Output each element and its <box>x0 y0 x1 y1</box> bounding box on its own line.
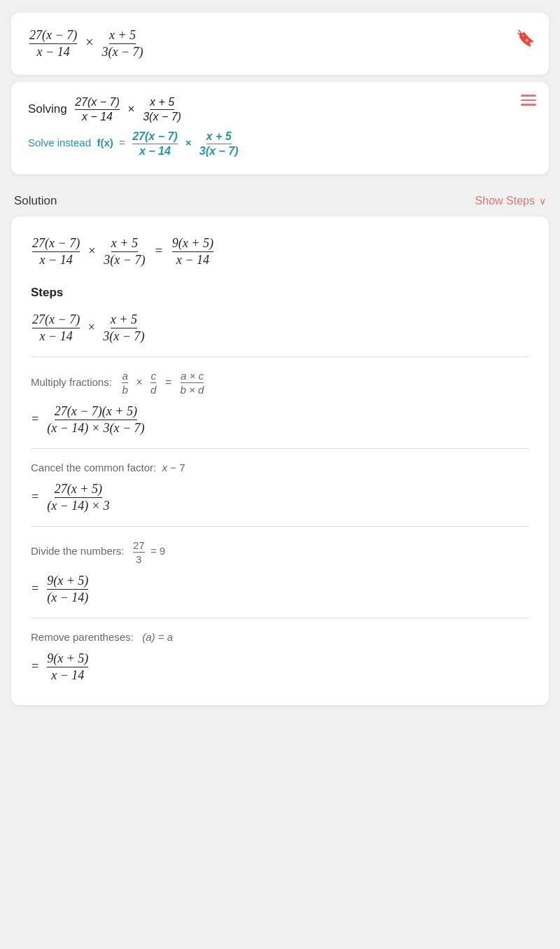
step-5-result: = 9(x + 5) x − 14 <box>31 651 529 683</box>
show-steps-button[interactable]: Show Steps ∨ <box>475 195 546 207</box>
solving-title: Solving 27(x − 7) x − 14 × x + 5 3(x − 7… <box>28 96 532 123</box>
step-divider-2 <box>31 448 529 449</box>
solution-card: 27(x − 7) x − 14 × x + 5 3(x − 7) = 9(x … <box>11 216 549 705</box>
solution-header: Solution Show Steps ∨ <box>0 181 560 216</box>
solving-card: Solving 27(x − 7) x − 14 × x + 5 3(x − 7… <box>11 82 549 174</box>
step-divider-3 <box>31 526 529 527</box>
chevron-down-icon: ∨ <box>539 195 546 207</box>
step-4-description: Divide the numbers: 27 3 = 9 <box>31 539 529 565</box>
solution-label: Solution <box>14 194 57 208</box>
solve-instead-label[interactable]: Solve instead f(x) = 27(x − 7) x − 14 × … <box>28 130 532 158</box>
show-steps-label: Show Steps <box>475 195 535 207</box>
step-divider-1 <box>31 356 529 357</box>
hamburger-menu-icon[interactable] <box>521 95 536 106</box>
step-divider-4 <box>31 618 529 618</box>
step-4-result: = 9(x + 5) (x − 14) <box>31 574 529 605</box>
bookmark-icon[interactable]: 🔖 <box>516 29 535 48</box>
function-label: f(x) <box>97 137 113 148</box>
step-5-description: Remove parentheses: (a) = a <box>31 631 529 643</box>
step-2-result: = 27(x − 7)(x + 5) (x − 14) × 3(x − 7) <box>31 404 529 436</box>
top-expression: 27(x − 7) x − 14 × x + 5 3(x − 7) <box>28 28 145 60</box>
step-3-result: = 27(x + 5) (x − 14) × 3 <box>31 482 529 513</box>
main-result: 27(x − 7) x − 14 × x + 5 3(x − 7) = 9(x … <box>31 236 529 268</box>
top-expression-card: 27(x − 7) x − 14 × x + 5 3(x − 7) 🔖 <box>11 13 549 75</box>
step-2-description: Multiply fractions: a b × c d = a × c b … <box>31 370 529 396</box>
steps-heading: Steps <box>31 286 529 300</box>
step-3-description: Cancel the common factor: x − 7 <box>31 462 529 473</box>
step-initial-expr: 27(x − 7) x − 14 × x + 5 3(x − 7) <box>31 312 529 344</box>
